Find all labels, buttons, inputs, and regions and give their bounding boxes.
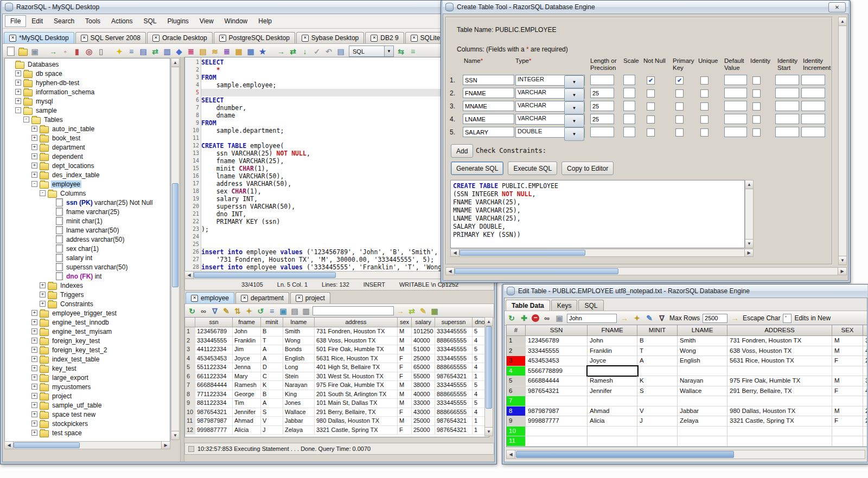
sql-hscroll-thumb[interactable] [459,250,585,256]
results-search-input[interactable] [312,306,394,315]
new-file-icon[interactable] [6,47,16,56]
filter-icon[interactable]: ∇ [210,306,220,316]
length-input[interactable] [590,88,614,98]
view-icon[interactable]: ∞ [542,313,552,323]
type-select[interactable]: DOUBLE▼ [515,127,585,138]
table-row[interactable]: 3441122334JimABonds501 Fire Oak, Humble … [185,345,489,354]
table-row[interactable]: 5666884444RameshKNarayan975 Fire Oak, Hu… [507,376,867,386]
expand-icon[interactable]: + [31,421,37,427]
table-row[interactable]: 12999887777AliciaJZelaya3321 Castle, Spr… [185,426,489,435]
escape-char-input[interactable] [783,314,792,323]
tree-item-employee-trigger-test[interactable]: +employee_trigger_test [5,308,170,318]
expand-icon[interactable]: + [31,328,37,334]
identity_start-input[interactable] [775,114,799,124]
tree-item-key-test[interactable]: +key_test [5,364,170,373]
not_null-checkbox[interactable] [647,115,655,124]
tree-item-sample[interactable]: -sample [5,106,170,115]
name-input[interactable] [463,101,514,111]
connection-tab-sqlite[interactable]: ✕SQLite [405,32,446,43]
fetch-icon[interactable]: ↓ [300,47,310,56]
procedures-icon[interactable]: ≣ [222,47,232,56]
scroll-right-icon[interactable]: ▶ [838,268,846,275]
tab-close-icon[interactable]: ✕ [191,295,198,302]
tree-item-mysql[interactable]: +mysql [5,96,170,106]
log-icon[interactable]: ≡ [408,47,418,56]
table-row[interactable]: 5551122334JennaDLong401 High St, Bellair… [185,363,489,372]
view-table-icon[interactable]: ▦ [234,47,244,56]
column-header-cut[interactable] [863,325,867,336]
table-row[interactable]: 7666884444RameshKNarayan975 Fire Oak, Hu… [185,381,489,390]
type-select[interactable]: INTEGER▼ [515,75,585,86]
identity_start-input[interactable] [775,101,799,111]
column-header-SEX[interactable]: SEX [832,325,863,336]
scroll-left-icon[interactable]: ◀ [185,272,194,279]
main-window-titlebar[interactable]: RazorSQL - MySQL Desktop [2,1,495,14]
tree-item-information-schema[interactable]: +information_schema [5,87,170,96]
tree-item-columns[interactable]: -Columns [5,189,170,198]
tree-item-project[interactable]: +project [5,391,170,401]
update-icon[interactable]: ✦ [244,306,254,316]
identity-checkbox[interactable] [752,102,761,111]
scroll-left-icon[interactable]: ◀ [5,442,14,449]
editing-cell[interactable] [588,366,637,376]
tree-item-sample-utf-table[interactable]: +sample_utf_table [5,401,170,410]
expand-icon[interactable]: + [31,172,37,178]
transaction-icon[interactable]: ▯ [96,47,106,56]
column-header-ssn[interactable]: ssn [195,318,233,327]
clipboard-icon[interactable]: ▥ [162,47,172,56]
tree-horizontal-scrollbar[interactable]: ◀ ▶ [4,441,170,449]
expand-icon[interactable]: + [15,98,21,104]
copy-to-editor-button[interactable]: Copy to Editor [561,162,614,175]
connection-tab-sql-server-2008[interactable]: ✕SQL Server 2008 [75,32,146,43]
save-icon[interactable]: ▣ [554,313,564,323]
sql-horizontal-scrollbar[interactable]: ◀ ▶ [450,249,754,257]
collapse-icon[interactable]: - [31,181,37,187]
expand-icon[interactable]: + [40,301,46,307]
not_null-checkbox[interactable] [647,89,655,98]
name-input[interactable] [463,114,514,124]
refresh-objects-icon[interactable]: ⇄ [150,47,160,56]
convert-icon[interactable]: ⇆ [396,47,406,56]
column-header-fname[interactable]: fname [233,318,261,327]
scale-input[interactable] [623,88,635,98]
name-input[interactable] [463,75,514,85]
results-scroll-thumb[interactable] [486,326,492,409]
tree-item-sex-char-1-[interactable]: sex char(1) [5,244,170,253]
tab-close-icon[interactable]: ✕ [241,295,248,302]
column-header-sex[interactable]: sex [398,318,412,327]
tree-item-space-test-new[interactable]: +space test new [5,410,170,419]
collapse-icon[interactable]: - [40,190,46,196]
wand-icon[interactable]: ✦ [632,313,642,323]
tree-item-foreign-key-test[interactable]: +foreign_key_test [5,336,170,345]
tab-close-icon[interactable]: ✕ [81,35,88,42]
connection-tab-sybase-desktop[interactable]: ✕Sybase Desktop [296,32,364,43]
tree-item-dept-locations[interactable]: +dept_locations [5,161,170,170]
unique-checkbox[interactable] [700,128,709,137]
scale-input[interactable] [623,127,635,137]
expand-icon[interactable]: + [31,144,37,150]
copy-results-icon[interactable]: ▤ [290,306,299,316]
menu-help[interactable]: Help [253,15,277,27]
scroll-up-icon[interactable]: ▲ [839,17,846,26]
default_value-input[interactable] [724,101,747,111]
tree-item-dno-fk-[interactable]: dno (FK) int [5,272,170,281]
column-header-lname[interactable]: lname [283,318,315,327]
chevron-down-icon[interactable]: ▼ [384,46,393,56]
copy-icon[interactable]: ▤ [336,47,346,56]
favorites-icon[interactable]: ★ [258,47,267,56]
not_null-checkbox[interactable]: ✔ [647,76,655,85]
open-file-icon[interactable] [18,47,28,56]
length-input[interactable] [590,114,614,124]
tree-item-minit-char-1-[interactable]: minit char(1) [5,216,170,225]
filter-icon[interactable]: ∇ [657,313,667,323]
tree-item-indexes[interactable]: +Indexes [5,281,170,290]
table-row[interactable]: 11987987987AhmadVJabbar980 Dallas, Houst… [185,417,489,426]
expand-icon[interactable]: + [15,70,21,76]
view-results-icon[interactable]: ∞ [199,306,208,316]
generate-sql-icon[interactable]: ↺ [256,306,265,316]
tables-list-icon[interactable]: ≡ [126,47,136,56]
go-icon[interactable]: → [730,313,740,323]
edit-table-icon[interactable]: ▤ [198,47,208,56]
tab-close-icon[interactable]: ✕ [152,35,159,42]
tree-item-dependent[interactable]: +dependent [5,152,170,161]
